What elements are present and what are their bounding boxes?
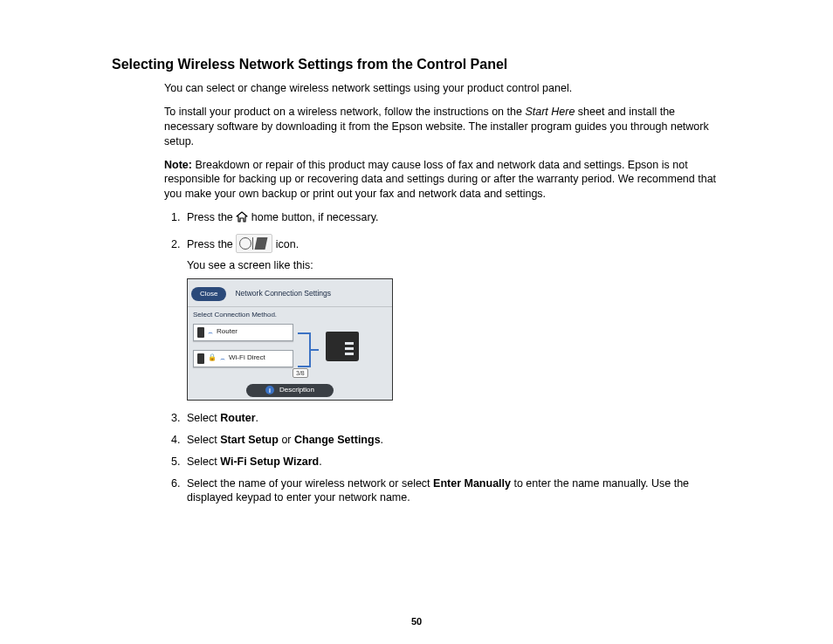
step-6: Select the name of your wireless network… bbox=[183, 476, 721, 506]
intro-p1: You can select or change wireless networ… bbox=[164, 81, 721, 96]
router-option[interactable]: ⌢ Router bbox=[193, 324, 293, 341]
printer-icon bbox=[324, 330, 361, 365]
device-icon bbox=[197, 327, 204, 338]
step-3-text-b: . bbox=[256, 412, 258, 424]
start-here-ref: Start Here bbox=[525, 106, 575, 118]
device-icon bbox=[197, 353, 204, 364]
intro-block: You can select or change wireless networ… bbox=[164, 81, 721, 505]
step-2-sub: You see a screen like this: bbox=[187, 258, 721, 273]
note-label: Note: bbox=[164, 159, 192, 171]
svg-rect-1 bbox=[326, 332, 359, 339]
step-4-start: Start Setup bbox=[220, 434, 279, 446]
intro-p2: To install your product on a wireless ne… bbox=[164, 105, 721, 149]
step-2-text-a: Press the bbox=[187, 238, 236, 250]
manual-page: Selecting Wireless Network Settings from… bbox=[0, 0, 833, 644]
svg-rect-4 bbox=[345, 353, 354, 355]
step-5-text-a: Select bbox=[187, 456, 220, 468]
steps-list: Press the home button, if necessary. Pre… bbox=[164, 210, 721, 505]
step-3: Select Router. bbox=[183, 411, 721, 426]
step-4-text-a: Select bbox=[187, 434, 220, 446]
svg-rect-3 bbox=[345, 347, 354, 350]
step-4-change: Change Settings bbox=[294, 434, 381, 446]
step-5-wizard: Wi-Fi Setup Wizard bbox=[220, 456, 319, 468]
wifi-icon: ⌢ bbox=[208, 327, 213, 338]
wifi-direct-option[interactable]: 🔒 ⌢ Wi-Fi Direct bbox=[193, 350, 293, 367]
select-method-label: Select Connection Method. bbox=[193, 311, 387, 320]
step-2-text-b: icon. bbox=[272, 238, 299, 250]
step-5: Select Wi-Fi Setup Wizard. bbox=[183, 455, 721, 469]
home-icon bbox=[236, 211, 248, 227]
step-6-text-a: Select the name of your wireless network… bbox=[187, 477, 433, 490]
screenshot-network-settings: Close Network Connection Settings Select… bbox=[187, 278, 393, 401]
close-button[interactable]: Close bbox=[191, 287, 226, 301]
description-label: Description bbox=[279, 386, 314, 395]
info-icon: i bbox=[265, 386, 274, 394]
description-button[interactable]: i Description bbox=[246, 384, 334, 397]
step-4: Select Start Setup or Change Settings. bbox=[183, 433, 721, 448]
step-3-router: Router bbox=[220, 412, 255, 424]
note-text: Breakdown or repair of this product may … bbox=[164, 159, 716, 201]
note-paragraph: Note: Breakdown or repair of this produc… bbox=[164, 158, 721, 202]
step-1-text-b: home button, if necessary. bbox=[248, 211, 378, 223]
step-1: Press the home button, if necessary. bbox=[183, 210, 721, 227]
step-3-text-a: Select bbox=[187, 412, 220, 424]
router-label: Router bbox=[217, 327, 238, 337]
screenshot-title: Network Connection Settings bbox=[235, 289, 331, 298]
step-2: Press the icon. You see a screen like th… bbox=[183, 234, 721, 401]
screenshot-header: Close Network Connection Settings bbox=[188, 279, 392, 307]
step-4-mid: or bbox=[279, 434, 294, 446]
page-title: Selecting Wireless Network Settings from… bbox=[112, 57, 721, 72]
page-indicator-badge: 3/8 bbox=[293, 368, 308, 378]
page-number: 50 bbox=[0, 616, 833, 627]
step-6-enter-manually: Enter Manually bbox=[433, 477, 511, 490]
screenshot-body: Select Connection Method. ⌢ Router 🔒 ⌢ W… bbox=[188, 307, 392, 389]
wifi-icon: ⌢ bbox=[220, 353, 225, 364]
connector-lines bbox=[298, 330, 319, 370]
intro-p2a: To install your product on a wireless ne… bbox=[164, 106, 525, 118]
step-4-text-b: . bbox=[381, 434, 383, 446]
lock-icon: 🔒 bbox=[208, 353, 217, 363]
svg-rect-2 bbox=[345, 342, 354, 345]
svg-rect-0 bbox=[326, 335, 359, 361]
step-5-text-b: . bbox=[319, 456, 321, 468]
step-1-text-a: Press the bbox=[187, 211, 236, 223]
wifi-direct-label: Wi-Fi Direct bbox=[229, 353, 265, 363]
network-status-icon bbox=[236, 234, 272, 253]
